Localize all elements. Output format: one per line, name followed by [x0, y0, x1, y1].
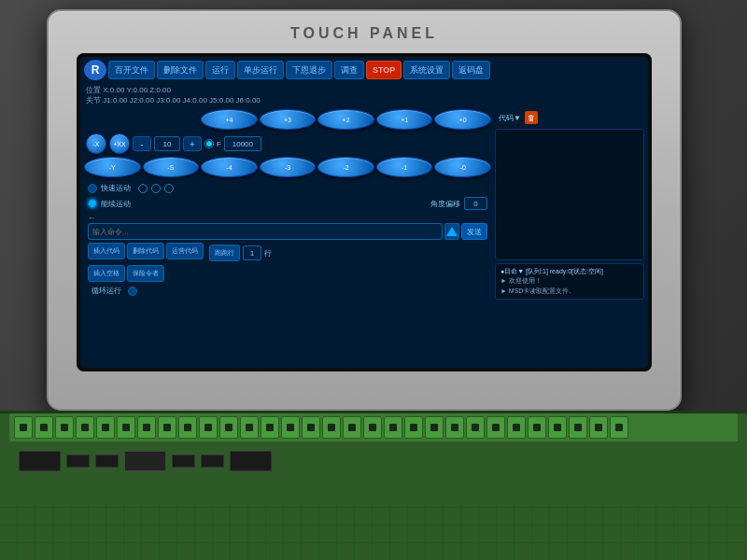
jog-x-neg[interactable]: -X: [86, 133, 106, 154]
run-code-btn[interactable]: 运营代码: [166, 243, 204, 259]
exec-btn[interactable]: 跑跑行: [209, 245, 240, 261]
pcb-traces: [0, 504, 747, 560]
radio-quick2[interactable]: [151, 184, 161, 193]
radio-speed[interactable]: [204, 139, 214, 148]
circuit-board: [0, 411, 747, 560]
terminal-30: [610, 416, 628, 439]
terminal-10: [199, 416, 218, 439]
next-step-btn[interactable]: 下恩退步: [286, 61, 332, 79]
open-file-btn[interactable]: 百开文件: [108, 61, 155, 79]
jog-x3-neg[interactable]: -3: [260, 157, 317, 177]
terminal-23: [466, 416, 485, 439]
settings-btn[interactable]: 系统设置: [403, 61, 450, 79]
terminal-14: [281, 416, 300, 439]
quick-motion-label: 快速运动: [101, 183, 131, 193]
run-btn[interactable]: 运行: [205, 61, 235, 79]
f-label: F: [217, 140, 221, 148]
terminal-strip: [9, 413, 738, 441]
jog-grid-row1: +4 +3 +2 +1 +0: [84, 109, 491, 130]
jog-y-neg[interactable]: -Y: [84, 157, 141, 177]
radio-quick[interactable]: [138, 184, 148, 193]
status-area: ●目命▼ [队列:1] ready:0[状态:空闲] ► 欢迎使用！ ► MSD…: [495, 263, 644, 301]
touch-panel-device: TOUCH PANEL R 百开文件 删除文件 运行: [47, 9, 682, 411]
cmd-input[interactable]: [88, 223, 443, 240]
terminal-28: [569, 416, 587, 439]
code-header: 代码▼ 🗑: [495, 109, 644, 126]
exec-count: 1: [243, 245, 261, 260]
jog-s-neg[interactable]: -S: [143, 157, 200, 177]
terminal-22: [445, 416, 464, 439]
jog-x0-neg[interactable]: -0: [434, 157, 491, 177]
f-value: 10000: [224, 136, 261, 151]
terminal-15: [302, 416, 320, 439]
terminal-1: [14, 416, 33, 439]
code-area: [495, 129, 644, 260]
terminal-20: [404, 416, 423, 439]
menu-bar: R 百开文件 删除文件 运行 单步运行 下恩退步: [80, 57, 648, 83]
terminal-16: [322, 416, 341, 439]
send-btn[interactable]: 发送: [461, 223, 487, 240]
terminal-8: [158, 416, 176, 439]
terminal-24: [486, 416, 505, 439]
insert-space-btn[interactable]: 插入空格: [88, 265, 125, 282]
debug-btn[interactable]: 调查: [334, 61, 364, 79]
continuous-motion-label: 能续运动: [101, 199, 131, 209]
speed-display: 10: [154, 136, 180, 151]
quick-motion-row: 快速运动: [84, 181, 491, 195]
insert-code-btn[interactable]: 插入代码: [88, 243, 125, 259]
screen: R 百开文件 删除文件 运行 单步运行 下恩退步: [80, 57, 648, 368]
screen-bezel: R 百开文件 删除文件 运行 单步运行 下恩退步: [77, 53, 652, 371]
joint-status: 关节 J1:0.00 J2:0.00 J3:0.00 J4:0.00 J5:0.…: [86, 95, 642, 105]
action-btns-row1: 插入代码 删除代码 运营代码 跑跑行: [88, 243, 487, 263]
terminal-17: [343, 416, 361, 439]
speed-minus-btn[interactable]: -: [133, 136, 151, 151]
stop-btn[interactable]: STOP: [366, 61, 402, 79]
jog-x2-plus[interactable]: +2: [317, 109, 374, 130]
jog-grid-row3: -Y -S -4 -3 -2 -1 -0: [84, 157, 491, 177]
cmd-section: ← 发送: [84, 212, 491, 300]
angle-label: 角度偏移: [430, 199, 460, 209]
chip-area: [19, 451, 272, 471]
jog-x4-plus[interactable]: +4: [201, 109, 258, 130]
save-cmd-btn[interactable]: 保险令者: [127, 265, 164, 282]
chip-2: [66, 455, 90, 468]
right-panel: 代码▼ 🗑 ●目命▼ [队列:1] ready:0[状态:空闲] ► 欢迎使用！…: [495, 109, 644, 300]
terminal-19: [384, 416, 402, 439]
jog-x3-plus[interactable]: +3: [260, 109, 317, 130]
terminal-2: [35, 416, 53, 439]
encoder-btn[interactable]: 返码盘: [452, 61, 490, 79]
jog-x1-neg[interactable]: -1: [376, 157, 433, 177]
terminal-26: [528, 416, 546, 439]
chip-3: [95, 455, 119, 468]
terminal-6: [117, 416, 135, 439]
chip-5: [201, 455, 224, 468]
logo-button[interactable]: R: [84, 60, 106, 80]
status-bar: 位置 X:0.00 Y:0.00 Z:0.00 关节 J1:0.00 J2:0.…: [80, 83, 648, 107]
terminal-3: [55, 416, 74, 439]
jog-x1-plus[interactable]: +1: [376, 109, 433, 130]
trash-icon[interactable]: 🗑: [525, 111, 538, 124]
jog-x2-neg[interactable]: -2: [317, 157, 374, 177]
delete-file-btn[interactable]: 删除文件: [157, 61, 204, 79]
terminal-7: [137, 416, 156, 439]
jog-empty-1: [84, 109, 141, 130]
loop-label: 循环运行: [92, 286, 121, 296]
db9-port: [124, 451, 166, 471]
cmd-triangle-btn[interactable]: [444, 223, 459, 240]
exec-row: 跑跑行 1 行: [209, 243, 272, 263]
code-header-label: 代码▼: [499, 113, 521, 123]
jog-xx-plus[interactable]: +XX: [109, 133, 130, 154]
panel-title: TOUCH PANEL: [290, 25, 438, 42]
delete-code-btn[interactable]: 删除代码: [127, 243, 164, 259]
continuous-motion-led: [88, 199, 97, 208]
chip-1: [19, 451, 61, 471]
control-panel: +4 +3 +2 +1 +0 -X +XX - 10: [84, 109, 491, 300]
step-run-btn[interactable]: 单步运行: [237, 61, 284, 79]
jog-x4-neg[interactable]: -4: [201, 157, 258, 177]
speed-plus-btn[interactable]: +: [183, 136, 202, 151]
radio-quick3[interactable]: [164, 184, 174, 193]
jog-empty-2: [143, 109, 200, 130]
loop-row: 循环运行: [88, 284, 487, 298]
jog-x0-plus[interactable]: +0: [434, 109, 491, 130]
terminal-12: [240, 416, 259, 439]
